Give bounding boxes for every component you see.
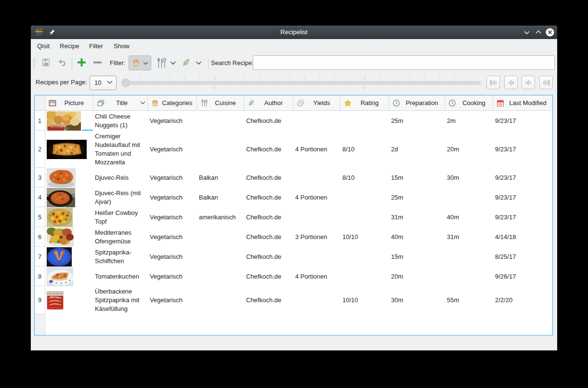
- cell-picture[interactable]: [45, 187, 93, 207]
- cell-categories[interactable]: Vegetarisch: [148, 267, 197, 286]
- row-number[interactable]: 4: [35, 187, 45, 207]
- cell-categories[interactable]: Vegetarisch: [148, 131, 197, 168]
- cell-rating[interactable]: 10/10: [340, 227, 389, 247]
- row-number[interactable]: 5: [35, 207, 45, 227]
- menu-filter[interactable]: Filter: [89, 39, 103, 54]
- cell-cuisine[interactable]: [197, 227, 244, 247]
- cuisine-filter-button[interactable]: [156, 57, 167, 69]
- cell-yields[interactable]: 4 Portionen: [293, 267, 340, 286]
- toolbar-handle[interactable]: [35, 58, 35, 69]
- toolbar-handle[interactable]: [33, 58, 34, 69]
- cell-title[interactable]: Überbackene Spitzpaprika mit Käsefüllung: [93, 286, 148, 314]
- save-button[interactable]: [41, 58, 51, 67]
- cell-yields[interactable]: [293, 111, 340, 131]
- cell-title[interactable]: Mediterranes Ofengemüse: [93, 227, 148, 247]
- cell-categories[interactable]: Vegetarisch: [148, 207, 197, 227]
- cell-cuisine[interactable]: amerikanisch: [197, 207, 244, 227]
- cell-author[interactable]: Chefkoch.de: [244, 267, 293, 286]
- cell-last-modified[interactable]: 2/2/20: [493, 286, 552, 314]
- cell-rating[interactable]: [340, 267, 389, 286]
- cell-cuisine[interactable]: Balkan: [197, 187, 244, 207]
- cell-cuisine[interactable]: Balkan: [197, 168, 244, 187]
- cell-cuisine[interactable]: [197, 111, 244, 131]
- cuisine-filter-dropdown[interactable]: [170, 61, 176, 65]
- cell-last-modified[interactable]: 9/23/17: [493, 111, 552, 131]
- cell-categories[interactable]: Vegetarisch: [148, 227, 197, 247]
- cell-cooking[interactable]: [445, 247, 493, 267]
- row-number[interactable]: 8: [35, 267, 45, 286]
- column-header-yields[interactable]: Yields: [293, 95, 340, 111]
- cell-categories[interactable]: Vegetarisch: [148, 111, 197, 131]
- cell-yields[interactable]: [293, 286, 340, 314]
- add-recipe-button[interactable]: [78, 58, 86, 67]
- cell-categories[interactable]: Vegetarisch: [148, 168, 197, 187]
- cell-title[interactable]: Djuvec-Reis: [93, 168, 148, 187]
- cell-yields[interactable]: 3 Portionen: [293, 227, 340, 247]
- cell-yields[interactable]: [293, 168, 340, 187]
- column-header-last-modified[interactable]: 31 Last Modified: [493, 95, 552, 111]
- cell-cooking[interactable]: 55m: [445, 286, 493, 314]
- cell-rating[interactable]: 8/10: [340, 168, 389, 187]
- cell-categories[interactable]: Vegetarisch: [148, 187, 197, 207]
- cell-rating[interactable]: [340, 247, 389, 267]
- search-recipe-input[interactable]: [253, 55, 555, 70]
- cell-last-modified[interactable]: 9/23/17: [493, 187, 552, 207]
- row-number[interactable]: 9: [35, 286, 45, 314]
- column-header-categories[interactable]: Categories: [148, 95, 197, 111]
- cell-preparation[interactable]: 15m: [389, 247, 445, 267]
- row-number[interactable]: 6: [35, 227, 45, 247]
- cell-rating[interactable]: [340, 187, 389, 207]
- row-number[interactable]: 1: [35, 111, 45, 131]
- slider-handle[interactable]: [121, 79, 130, 87]
- cell-cuisine[interactable]: [197, 286, 244, 314]
- cell-preparation[interactable]: 25m: [389, 111, 445, 131]
- author-filter-dropdown[interactable]: [196, 61, 202, 65]
- menu-qisit[interactable]: Qisit: [37, 39, 50, 54]
- cell-rating[interactable]: 8/10: [340, 131, 389, 168]
- cell-cuisine[interactable]: [197, 267, 244, 286]
- cell-preparation[interactable]: 25m: [389, 187, 445, 207]
- cell-preparation[interactable]: 40m: [389, 227, 445, 247]
- cell-preparation[interactable]: 31m: [389, 207, 445, 227]
- recipes-per-page-select[interactable]: 10: [90, 76, 117, 90]
- cell-picture[interactable]: [45, 247, 93, 267]
- cell-last-modified[interactable]: 8/25/17: [493, 247, 552, 267]
- cell-author[interactable]: Chefkoch.de: [244, 131, 293, 168]
- undo-button[interactable]: [57, 58, 66, 67]
- previous-page-button[interactable]: [504, 76, 518, 89]
- cell-author[interactable]: Chefkoch.de: [244, 168, 293, 187]
- minimize-button[interactable]: [523, 28, 531, 37]
- cell-yields[interactable]: [293, 247, 340, 267]
- cell-cooking[interactable]: 30m: [445, 168, 493, 187]
- cell-picture[interactable]: [45, 227, 93, 247]
- cell-last-modified[interactable]: 9/23/17: [493, 168, 552, 187]
- first-page-button[interactable]: [486, 76, 500, 89]
- cell-title[interactable]: Cremiger Nudelauflauf mit Tomaten und Mo…: [93, 131, 148, 168]
- cell-last-modified[interactable]: 9/23/17: [493, 131, 552, 168]
- column-header-picture[interactable]: Picture: [45, 95, 93, 111]
- column-header-title[interactable]: Title: [93, 95, 148, 111]
- cell-author[interactable]: Chefkoch.de: [244, 227, 293, 247]
- author-filter-button[interactable]: [182, 58, 191, 67]
- cell-last-modified[interactable]: 4/14/18: [493, 227, 552, 247]
- close-button[interactable]: [546, 28, 554, 37]
- titlebar[interactable]: Recipelist: [31, 26, 557, 39]
- cell-preparation[interactable]: 20m: [389, 267, 445, 286]
- cell-title[interactable]: Spitzpaprika-Schiffchen: [93, 247, 148, 267]
- recipes-per-page-slider[interactable]: [121, 76, 481, 90]
- cell-cooking[interactable]: 40m: [445, 207, 493, 227]
- cell-author[interactable]: Chefkoch.de: [244, 111, 293, 131]
- cell-picture[interactable]: [45, 207, 93, 227]
- cell-author[interactable]: Chefkoch.de: [244, 207, 293, 227]
- cell-rating[interactable]: [340, 111, 389, 131]
- remove-recipe-button[interactable]: [93, 58, 102, 67]
- cell-cooking[interactable]: 2m: [445, 111, 493, 131]
- maximize-button[interactable]: [534, 28, 543, 37]
- menu-recipe[interactable]: Recipe: [60, 39, 79, 54]
- column-header-author[interactable]: Author: [244, 95, 293, 111]
- last-page-button[interactable]: [539, 76, 553, 89]
- column-header-cooking[interactable]: Cooking: [445, 95, 493, 111]
- cell-yields[interactable]: [293, 207, 340, 227]
- categories-filter-button[interactable]: [129, 55, 151, 70]
- cell-cooking[interactable]: 20m: [445, 131, 493, 168]
